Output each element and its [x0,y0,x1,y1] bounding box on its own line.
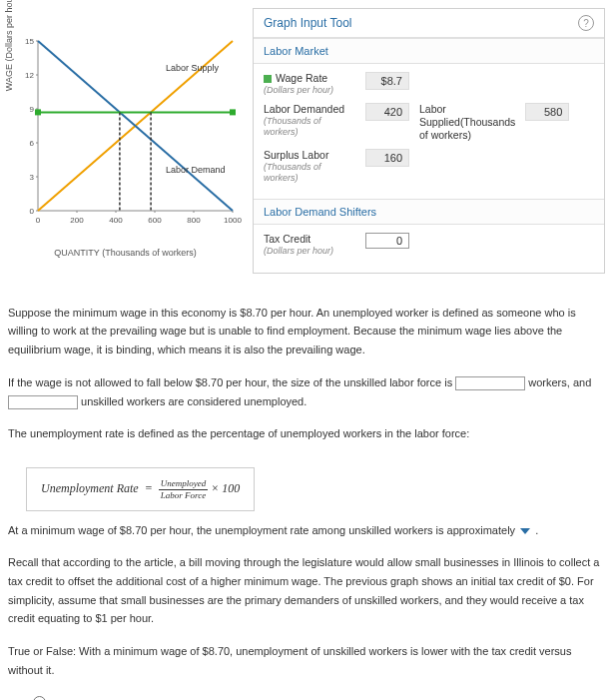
section-demand-shifters: Labor Demand Shifters [254,199,604,225]
svg-text:0: 0 [36,216,41,225]
demand-curve-label: Labor Demand [166,165,226,175]
wage-rate-value: $8.7 [365,72,409,90]
svg-text:800: 800 [187,216,201,225]
help-icon[interactable]: ? [578,15,594,31]
labor-demanded-value: 420 [365,103,409,121]
svg-text:0: 0 [30,207,35,216]
tax-credit-input[interactable]: 0 [365,233,409,249]
tax-credit-label: Tax Credit [264,233,310,245]
paragraph-intro: Suppose the minimum wage in this economy… [8,304,605,359]
graph-input-panel: Graph Input Tool ? Labor Market Wage Rat… [253,8,605,274]
paragraph-tax-credit: Recall that according to the article, a … [8,553,605,628]
svg-text:12: 12 [25,71,34,80]
svg-rect-26 [230,109,236,115]
labor-force-input[interactable] [455,376,525,390]
unemployment-formula: Unemployment Rate = UnemployedLabor Forc… [26,467,255,511]
section-labor-market: Labor Market [254,38,604,64]
labor-demanded-label: Labor Demanded [264,103,344,115]
svg-text:6: 6 [30,139,35,148]
svg-text:3: 3 [30,173,35,182]
labor-market-chart: 0 3 6 9 12 15 0 200 400 600 800 100 [8,36,243,236]
paragraph-rate-def: The unemployment rate is defined as the … [8,424,605,443]
svg-text:9: 9 [30,105,35,114]
svg-text:200: 200 [70,216,84,225]
wage-rate-label: Wage Rate [276,72,327,84]
svg-text:15: 15 [25,37,34,46]
svg-text:400: 400 [109,216,123,225]
y-axis-label: WAGE (Dollars per hour) [4,0,14,91]
svg-rect-25 [35,109,41,115]
supply-curve-label: Labor Supply [166,63,220,73]
rate-dropdown[interactable] [518,525,532,537]
labor-supplied-value: 580 [525,103,569,121]
svg-text:600: 600 [148,216,162,225]
surplus-labor-value: 160 [365,149,409,167]
x-axis-label: QUANTITY (Thousands of workers) [8,248,243,258]
wage-rate-swatch [264,75,272,83]
labor-supplied-label: Labor Supplied [419,103,460,128]
unemployed-input[interactable] [8,395,78,409]
paragraph-rate-answer: At a minimum wage of $8.70 per hour, the… [8,521,605,540]
chart-container: WAGE (Dollars per hour) 0 3 6 9 12 15 [8,8,243,274]
paragraph-true-false: True or False: With a minimum wage of $8… [8,642,605,679]
svg-text:1000: 1000 [224,216,242,225]
radio-true[interactable] [33,696,46,700]
radio-true-label[interactable]: True [28,693,605,700]
paragraph-labor-force: If the wage is not allowed to fall below… [8,373,605,410]
surplus-labor-label: Surplus Labor [264,149,328,161]
panel-title: Graph Input Tool [264,16,352,30]
